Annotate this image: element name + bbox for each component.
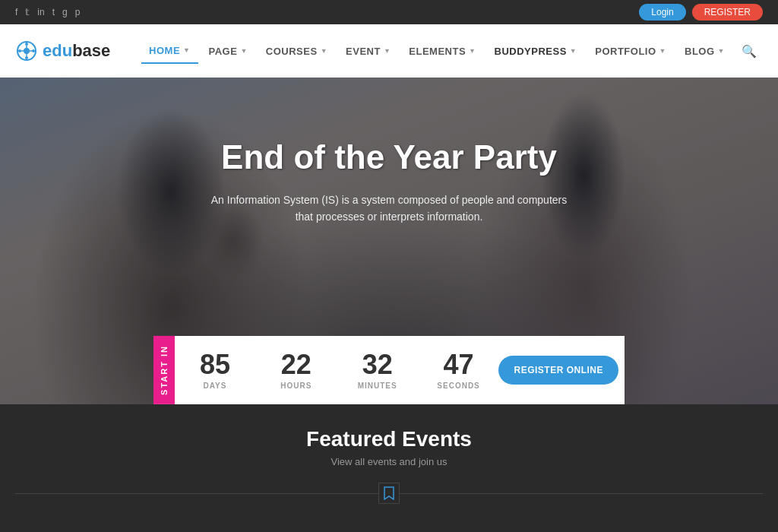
nav-item-home: HOME ▼ [141,39,198,64]
portfolio-dropdown-arrow: ▼ [659,47,666,55]
seconds-value: 47 [434,351,484,378]
event-dropdown-arrow: ▼ [384,47,391,55]
logo-icon [15,40,38,62]
site-logo[interactable]: edubase [15,40,110,62]
googleplus-icon[interactable]: g [62,7,68,17]
nav-link-home[interactable]: HOME ▼ [141,39,198,64]
search-icon: 🔍 [742,45,757,58]
days-value: 85 [190,351,240,378]
facebook-icon[interactable]: f [15,7,17,17]
nav-menu: HOME ▼ PAGE ▼ COURSES ▼ EVENT ▼ ELEMENTS [141,38,763,65]
svg-point-3 [25,56,28,59]
countdown-numbers: 85 DAYS 22 HOURS 32 MINUTES 47 SECONDS [175,336,498,404]
countdown-minutes: 32 MINUTES [353,351,403,390]
svg-point-2 [25,43,28,46]
twitter-icon[interactable]: 𝕥 [25,7,30,17]
countdown-hours: 22 HOURS [271,351,321,390]
auth-buttons: Login REGISTER [639,4,763,21]
hours-label: HOURS [271,382,321,390]
nav-item-courses: COURSES ▼ [258,40,335,63]
featured-events-title: Featured Events [15,427,763,451]
svg-point-1 [24,48,30,54]
home-dropdown-arrow: ▼ [183,46,190,54]
search-button[interactable]: 🔍 [735,38,763,65]
seconds-label: SECONDS [434,382,484,390]
nav-link-elements[interactable]: ELEMENTS ▼ [401,40,483,63]
courses-dropdown-arrow: ▼ [321,47,327,55]
hours-value: 22 [271,351,321,378]
blog-dropdown-arrow: ▼ [718,47,725,55]
register-online-button[interactable]: REGISTER ONLINE [498,356,618,385]
logo-base-text: base [72,41,110,60]
hero-section: End of the Year Party An Information Sys… [0,78,778,404]
countdown-days: 85 DAYS [190,351,240,390]
bookmark-icon [378,483,400,504]
logo-text: edubase [43,41,110,61]
tumblr-icon[interactable]: t [52,7,55,17]
linkedin-icon[interactable]: in [37,7,44,17]
social-icons-group: f 𝕥 in t g p [15,7,80,17]
nav-item-buddypress: BUDDYPRESS ▼ [487,40,585,63]
nav-item-page: PAGE ▼ [201,40,255,63]
svg-point-5 [32,49,35,52]
login-button[interactable]: Login [639,4,685,21]
nav-item-search: 🔍 [735,38,763,65]
nav-link-event[interactable]: EVENT ▼ [338,40,398,63]
start-in-label: START IN [153,336,175,404]
featured-events-subtitle: View all events and join us [15,456,763,467]
countdown-seconds: 47 SECONDS [434,351,484,390]
nav-link-courses[interactable]: COURSES ▼ [258,40,335,63]
register-button[interactable]: REGISTER [692,4,763,21]
nav-item-blog: BLOG ▼ [677,40,732,63]
divider-line-left [15,493,378,494]
hero-description: An Information System (IS) is a system c… [207,192,571,226]
hero-content: End of the Year Party An Information Sys… [0,78,778,226]
featured-divider [15,483,763,504]
days-label: DAYS [190,382,240,390]
featured-events-section: Featured Events View all events and join… [0,404,778,532]
elements-dropdown-arrow: ▼ [469,47,476,55]
svg-point-4 [18,49,21,52]
nav-link-buddypress[interactable]: BUDDYPRESS ▼ [487,40,585,63]
hero-title: End of the Year Party [0,138,778,176]
nav-link-blog[interactable]: BLOG ▼ [677,40,732,63]
main-navbar: edubase HOME ▼ PAGE ▼ COURSES ▼ EVENT ▼ [0,24,778,78]
top-bar: f 𝕥 in t g p Login REGISTER [0,0,778,24]
nav-item-portfolio: PORTFOLIO ▼ [587,40,674,63]
nav-link-page[interactable]: PAGE ▼ [201,40,255,63]
divider-line-right [400,493,763,494]
nav-item-elements: ELEMENTS ▼ [401,40,483,63]
minutes-value: 32 [353,351,403,378]
buddypress-dropdown-arrow: ▼ [570,47,577,55]
page-dropdown-arrow: ▼ [240,47,247,55]
countdown-bar: START IN 85 DAYS 22 HOURS 32 MINUTES 47 … [153,336,625,404]
minutes-label: MINUTES [353,382,403,390]
nav-link-portfolio[interactable]: PORTFOLIO ▼ [587,40,674,63]
logo-edu-text: edu [43,41,72,60]
nav-item-event: EVENT ▼ [338,40,398,63]
pinterest-icon[interactable]: p [75,7,81,17]
